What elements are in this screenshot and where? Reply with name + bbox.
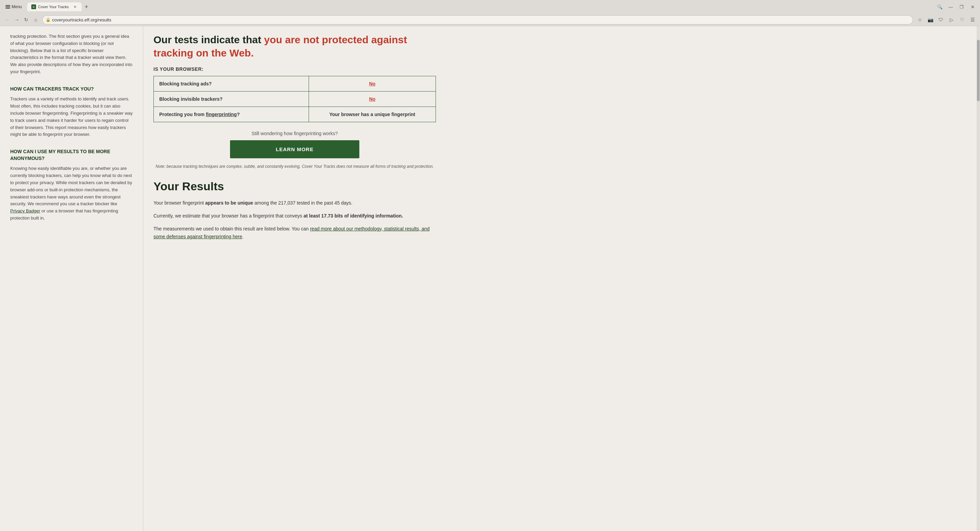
lock-icon: 🔒 xyxy=(46,18,51,22)
tab-close-button[interactable]: ✕ xyxy=(72,4,78,10)
heart-button[interactable]: ♡ xyxy=(957,15,967,24)
results-text-2: Currently, we estimate that your browser… xyxy=(153,212,436,220)
address-input[interactable] xyxy=(42,15,913,24)
heading-part1: Our tests indicate that xyxy=(153,34,264,45)
main-content: Our tests indicate that you are not prot… xyxy=(143,26,450,531)
scrollbar[interactable] xyxy=(977,26,980,531)
browser-chrome: Menu C Cover Your Tracks ✕ + 🔍 — ❐ ✕ ← →… xyxy=(0,0,980,26)
maximize-button[interactable]: ❐ xyxy=(957,2,966,11)
active-tab[interactable]: C Cover Your Tracks ✕ xyxy=(27,2,82,11)
table-row: Blocking invisible trackers? No xyxy=(154,92,436,107)
is-your-browser-label: IS YOUR BROWSER: xyxy=(153,66,436,72)
menu-dots-button[interactable]: ☰ xyxy=(968,15,977,24)
table-cell-label: Blocking invisible trackers? xyxy=(154,92,309,107)
page-content: tracking protection. The first section g… xyxy=(0,26,980,531)
results-text-3: The measurements we used to obtain this … xyxy=(153,225,436,241)
sidebar: tracking protection. The first section g… xyxy=(0,26,143,531)
sidebar-text-2: Knowing how easily identifiable you are,… xyxy=(10,165,133,222)
learn-more-button[interactable]: LEARN MORE xyxy=(230,140,360,158)
nav-buttons: ← → ↻ ⌂ xyxy=(3,15,40,24)
your-results-section: Your Results Your browser fingerprint ap… xyxy=(153,180,436,241)
address-bar: ← → ↻ ⌂ 🔒 ☆ 📷 🛡 ▷ ♡ ☰ xyxy=(0,14,980,26)
privacy-badger-link[interactable]: Privacy Badger xyxy=(10,208,40,214)
bookmark-add-button[interactable]: ☆ xyxy=(915,15,924,24)
window-controls: 🔍 — ❐ ✕ xyxy=(935,2,977,11)
unique-bold: appears to be unique xyxy=(205,200,253,206)
your-results-heading: Your Results xyxy=(153,180,436,193)
page-wrapper: tracking protection. The first section g… xyxy=(0,26,980,531)
sidebar-heading-1: HOW CAN TRACKERS TRACK YOU? xyxy=(10,86,133,92)
table-cell-value: No xyxy=(309,92,436,107)
scrollbar-thumb[interactable] xyxy=(977,40,980,101)
still-wondering-text: Still wondering how fingerprinting works… xyxy=(153,131,436,136)
fingerprinting-section: Still wondering how fingerprinting works… xyxy=(153,131,436,169)
table-cell-value: No xyxy=(309,76,436,92)
back-button[interactable]: ← xyxy=(3,15,11,24)
minimize-button[interactable]: — xyxy=(946,2,956,11)
new-tab-button[interactable]: + xyxy=(82,2,91,11)
sidebar-section-trackers: HOW CAN TRACKERS TRACK YOU? Trackers use… xyxy=(10,86,133,138)
address-wrapper: 🔒 xyxy=(42,15,913,24)
menu-label: Menu xyxy=(11,5,22,9)
result-no-1: No xyxy=(369,81,375,86)
camera-button[interactable]: 📷 xyxy=(926,15,935,24)
menu-icon xyxy=(5,5,10,8)
table-cell-value: Your browser has a unique fingerprint xyxy=(309,107,436,122)
sidebar-heading-2: HOW CAN I USE MY RESULTS TO BE MORE ANON… xyxy=(10,148,133,162)
bits-bold: at least 17.73 bits of identifying infor… xyxy=(304,213,403,218)
fingerprinting-link[interactable]: fingerprinting xyxy=(206,112,237,117)
sidebar-section-anonymous: HOW CAN I USE MY RESULTS TO BE MORE ANON… xyxy=(10,148,133,222)
title-bar: Menu C Cover Your Tracks ✕ + 🔍 — ❐ ✕ xyxy=(0,0,980,14)
menu-button[interactable]: Menu xyxy=(3,3,24,10)
sidebar-text-1: Trackers use a variety of methods to ide… xyxy=(10,96,133,138)
tab-title: Cover Your Tracks xyxy=(38,5,70,9)
note-text: Note: because tracking techniques are co… xyxy=(153,163,436,169)
tabs-area: C Cover Your Tracks ✕ + xyxy=(27,2,932,11)
table-row: Protecting you from fingerprinting? Your… xyxy=(154,107,436,122)
tab-favicon: C xyxy=(31,5,36,9)
reload-button[interactable]: ↻ xyxy=(22,15,30,24)
table-cell-label: Protecting you from fingerprinting? xyxy=(154,107,309,122)
results-text-1: Your browser fingerprint appears to be u… xyxy=(153,199,436,207)
home-button[interactable]: ⌂ xyxy=(31,15,40,24)
shield-button[interactable]: 🛡 xyxy=(936,15,946,24)
results-table: Blocking tracking ads? No Blocking invis… xyxy=(153,76,436,122)
play-button[interactable]: ▷ xyxy=(947,15,956,24)
result-no-2: No xyxy=(369,96,375,102)
forward-button[interactable]: → xyxy=(12,15,21,24)
sidebar-intro: tracking protection. The first section g… xyxy=(10,33,133,76)
toolbar-right: ☆ 📷 🛡 ▷ ♡ ☰ xyxy=(915,15,977,24)
search-button[interactable]: 🔍 xyxy=(935,2,945,11)
table-row: Blocking tracking ads? No xyxy=(154,76,436,92)
main-heading: Our tests indicate that you are not prot… xyxy=(153,33,436,59)
result-unique: Your browser has a unique fingerprint xyxy=(329,112,415,117)
table-cell-label: Blocking tracking ads? xyxy=(154,76,309,92)
close-button[interactable]: ✕ xyxy=(968,2,977,11)
